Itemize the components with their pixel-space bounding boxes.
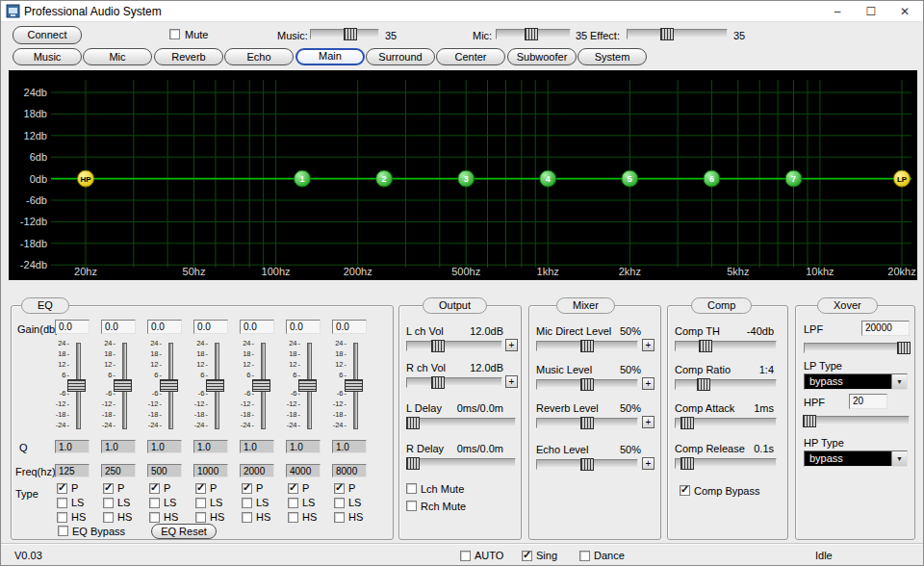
comp-attack-slider-thumb[interactable] (680, 417, 694, 429)
type-hs-checkbox[interactable] (103, 512, 114, 523)
type-p-checkbox[interactable] (334, 483, 345, 494)
freq-input[interactable]: 1000 (193, 464, 228, 477)
comp-th-slider-thumb[interactable] (699, 340, 712, 352)
comp-bypass-checkbox[interactable] (680, 485, 690, 496)
tab-mic[interactable]: Mic (83, 48, 152, 65)
type-ls-checkbox[interactable] (57, 498, 67, 508)
q-input[interactable]: 1.0 (240, 440, 274, 453)
comp-release-slider-thumb[interactable] (680, 457, 694, 470)
effect-slider-thumb[interactable] (660, 28, 674, 40)
freq-input[interactable]: 2000 (240, 464, 274, 477)
comp-attack-slider[interactable] (675, 418, 777, 428)
lp-type-select[interactable]: bypass ▼ (804, 373, 908, 390)
q-input[interactable]: 1.0 (55, 440, 90, 453)
echo-level-slider-thumb[interactable] (580, 458, 594, 471)
gain-input[interactable]: 0.0 (55, 320, 90, 334)
maximize-button[interactable]: ☐ (855, 1, 887, 22)
auto-checkbox[interactable] (460, 551, 471, 561)
type-p-checkbox[interactable] (103, 483, 114, 494)
mute-checkbox[interactable] (169, 29, 180, 39)
gain-input[interactable]: 0.0 (147, 320, 182, 334)
comp-release-slider[interactable] (675, 458, 777, 469)
echo-level-slider[interactable] (536, 459, 638, 470)
lch-vol-slider-thumb[interactable] (431, 340, 445, 352)
q-input[interactable]: 1.0 (193, 440, 228, 453)
l-delay-slider-thumb[interactable] (406, 417, 420, 429)
type-p-checkbox[interactable] (195, 483, 206, 494)
gain-slider-thumb[interactable] (67, 379, 86, 392)
type-p-checkbox[interactable] (57, 483, 67, 494)
dance-checkbox[interactable] (579, 551, 590, 561)
minimize-button[interactable]: – (821, 1, 854, 22)
music-level-slider-thumb[interactable] (580, 378, 594, 391)
l-delay-slider[interactable] (406, 418, 516, 428)
eq-curve-chart[interactable]: 24db18db12db6db0db-6db-12db-18db-24db20h… (9, 70, 917, 280)
freq-input[interactable]: 500 (147, 464, 182, 477)
gain-input[interactable]: 0.0 (101, 320, 136, 334)
type-p-checkbox[interactable] (149, 483, 160, 494)
reverb-level-plus-button[interactable]: + (642, 416, 654, 428)
lch-vol-slider[interactable] (406, 341, 502, 351)
tab-reverb[interactable]: Reverb (154, 48, 223, 65)
comp-th-slider[interactable] (675, 341, 777, 351)
close-button[interactable]: ✕ (888, 1, 921, 22)
gain-input[interactable]: 0.0 (193, 320, 228, 334)
type-ls-checkbox[interactable] (195, 498, 206, 508)
sing-checkbox[interactable] (522, 551, 532, 561)
gain-input[interactable]: 0.0 (332, 320, 367, 334)
gain-slider-thumb[interactable] (345, 379, 363, 392)
music-slider-thumb[interactable] (344, 28, 357, 40)
mic-direct-level-slider[interactable] (536, 341, 638, 351)
type-hs-checkbox[interactable] (242, 512, 252, 523)
tab-subwoofer[interactable]: Subwoofer (507, 48, 577, 65)
gain-input[interactable]: 0.0 (286, 320, 321, 334)
hpf-slider[interactable] (804, 416, 910, 426)
rch-vol-plus-button[interactable]: + (505, 375, 518, 388)
comp-ratio-slider[interactable] (675, 379, 777, 390)
r-delay-slider-thumb[interactable] (406, 457, 420, 470)
eq-reset-button[interactable]: EQ Reset (151, 524, 217, 539)
tab-system[interactable]: System (578, 48, 647, 65)
freq-input[interactable]: 4000 (286, 464, 321, 477)
echo-level-plus-button[interactable]: + (642, 457, 654, 470)
tab-music[interactable]: Music (13, 48, 82, 65)
gain-slider-thumb[interactable] (160, 379, 178, 392)
mic-slider-thumb[interactable] (525, 28, 538, 40)
lpf-slider[interactable] (804, 343, 910, 353)
tab-main[interactable]: Main (295, 48, 365, 65)
mic-direct-level-slider-thumb[interactable] (580, 340, 594, 352)
reverb-level-slider[interactable] (536, 418, 638, 428)
freq-input[interactable]: 8000 (332, 464, 367, 477)
r-delay-slider[interactable] (406, 458, 516, 469)
mic-direct-level-plus-button[interactable]: + (642, 339, 654, 351)
lch-vol-plus-button[interactable]: + (505, 339, 518, 351)
type-ls-checkbox[interactable] (242, 498, 252, 508)
type-hs-checkbox[interactable] (57, 512, 67, 523)
connect-button[interactable]: Connect (13, 26, 82, 44)
q-input[interactable]: 1.0 (101, 440, 136, 453)
reverb-level-slider-thumb[interactable] (580, 417, 594, 429)
music-level-slider[interactable] (536, 379, 638, 390)
type-hs-checkbox[interactable] (288, 512, 298, 523)
type-ls-checkbox[interactable] (103, 498, 114, 508)
type-hs-checkbox[interactable] (195, 512, 206, 523)
q-input[interactable]: 1.0 (147, 440, 182, 453)
q-input[interactable]: 1.0 (286, 440, 321, 453)
type-ls-checkbox[interactable] (334, 498, 345, 508)
type-p-checkbox[interactable] (242, 483, 252, 494)
tab-echo[interactable]: Echo (224, 48, 294, 65)
gain-slider-thumb[interactable] (114, 379, 132, 392)
gain-input[interactable]: 0.0 (240, 320, 274, 334)
gain-slider-thumb[interactable] (252, 379, 270, 392)
rch-vol-slider-thumb[interactable] (431, 376, 445, 389)
q-input[interactable]: 1.0 (332, 440, 367, 453)
lpf-input[interactable]: 20000 (861, 321, 910, 336)
eq-bypass-checkbox[interactable] (58, 526, 68, 536)
hpf-slider-thumb[interactable] (803, 415, 816, 427)
lp-type-dropdown-arrow-icon[interactable]: ▼ (891, 374, 907, 389)
freq-input[interactable]: 125 (55, 464, 90, 477)
gain-slider-thumb[interactable] (298, 379, 317, 392)
tab-center[interactable]: Center (436, 48, 505, 65)
music-level-plus-button[interactable]: + (642, 377, 654, 390)
comp-ratio-slider-thumb[interactable] (697, 378, 710, 391)
